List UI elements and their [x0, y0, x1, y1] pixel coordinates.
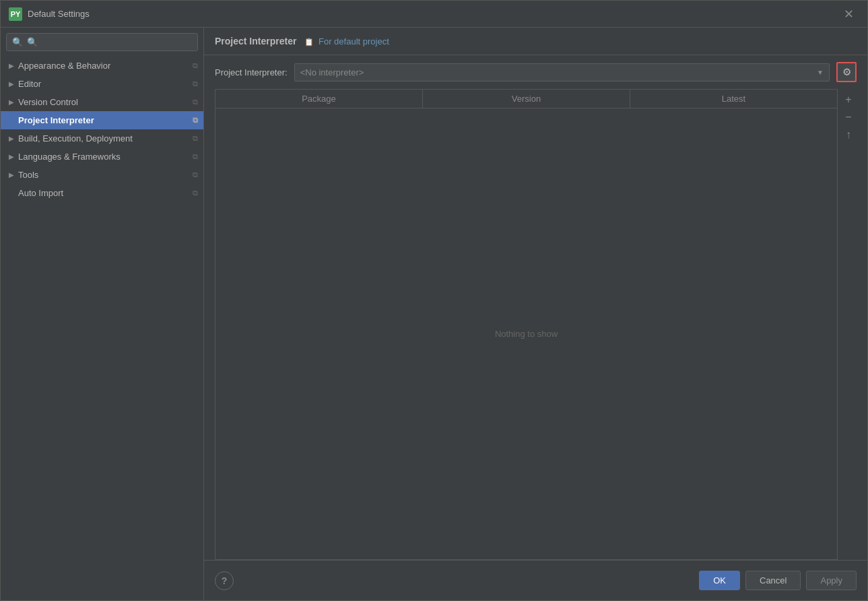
sidebar-item-build-execution-deployment[interactable]: ▶ Build, Execution, Deployment ⧉: [1, 129, 203, 148]
arrow-icon: ▶: [9, 171, 14, 179]
help-icon: ?: [222, 575, 228, 586]
add-package-button[interactable]: +: [840, 92, 857, 108]
copy-icon: ⧉: [193, 152, 198, 161]
empty-message: Nothing to show: [495, 329, 558, 339]
sidebar-item-tools[interactable]: ▶ Tools ⧉: [1, 166, 203, 184]
sidebar-item-auto-import[interactable]: ▶ Auto Import ⧉: [1, 184, 203, 202]
subtitle-icon: 📋: [304, 38, 314, 46]
table-actions: + − ↑: [840, 89, 857, 560]
gear-button[interactable]: ⚙: [836, 62, 857, 82]
copy-icon: ⧉: [193, 98, 198, 106]
panel-subtitle[interactable]: 📋 For default project: [304, 36, 389, 46]
arrow-icon: ▶: [9, 80, 14, 88]
app-icon: PY: [9, 7, 22, 21]
sidebar-item-appearance-behavior[interactable]: ▶ Appearance & Behavior ⧉: [1, 57, 203, 75]
table-with-actions: Package Version Latest Nothing to show +…: [215, 89, 857, 560]
table-header: Package Version Latest: [215, 90, 837, 108]
sidebar-item-project-interpreter[interactable]: ▶ Project Interpreter ⧉: [1, 111, 203, 129]
right-panel: Project Interpreter 📋 For default projec…: [204, 28, 867, 600]
help-button[interactable]: ?: [215, 571, 234, 590]
copy-icon: ⧉: [193, 80, 198, 88]
packages-table: Package Version Latest Nothing to show +…: [215, 89, 857, 560]
sidebar-item-editor[interactable]: ▶ Editor ⧉: [1, 75, 203, 93]
sidebar-item-label: Languages & Frameworks: [18, 152, 190, 162]
search-icon: 🔍: [12, 37, 23, 47]
interpreter-value: <No interpreter>: [300, 67, 817, 77]
main-window: PY Default Settings ✕ 🔍 ▶ Appearance & B…: [0, 0, 868, 601]
sidebar-item-languages-frameworks[interactable]: ▶ Languages & Frameworks ⧉: [1, 148, 203, 166]
panel-title: Project Interpreter: [215, 36, 296, 46]
close-button[interactable]: ✕: [838, 4, 859, 24]
copy-icon: ⧉: [193, 134, 198, 143]
bottom-bar: ? OK Cancel Apply: [204, 560, 867, 600]
apply-button[interactable]: Apply: [806, 571, 857, 590]
ok-button[interactable]: OK: [699, 571, 740, 590]
subtitle-text: For default project: [319, 36, 389, 46]
main-content: 🔍 ▶ Appearance & Behavior ⧉ ▶ Editor ⧉: [1, 28, 867, 600]
copy-icon: ⧉: [193, 116, 198, 125]
copy-icon: ⧉: [193, 61, 198, 70]
sidebar-item-label: Project Interpreter: [18, 115, 190, 125]
arrow-icon: ▶: [9, 135, 14, 142]
interpreter-row: Project Interpreter: <No interpreter> ▼ …: [204, 55, 867, 89]
window-title: Default Settings: [28, 9, 838, 19]
table-body: Nothing to show: [215, 108, 837, 559]
arrow-icon: ▶: [9, 153, 14, 160]
sidebar: 🔍 ▶ Appearance & Behavior ⧉ ▶ Editor ⧉: [1, 28, 204, 600]
copy-icon: ⧉: [193, 189, 198, 197]
arrow-icon: ▶: [9, 62, 14, 69]
panel-header: Project Interpreter 📋 For default projec…: [204, 28, 867, 55]
column-header-latest: Latest: [630, 90, 837, 108]
table-container: Package Version Latest Nothing to show: [215, 89, 838, 560]
arrow-icon: ▶: [9, 98, 14, 106]
gear-icon: ⚙: [842, 66, 851, 78]
sidebar-item-label: Editor: [18, 79, 190, 89]
remove-package-button[interactable]: −: [840, 109, 857, 125]
cancel-button[interactable]: Cancel: [745, 571, 801, 590]
search-input[interactable]: [27, 37, 192, 47]
sidebar-items: ▶ Appearance & Behavior ⧉ ▶ Editor ⧉ ▶ V…: [1, 57, 203, 600]
sidebar-item-label: Appearance & Behavior: [18, 61, 190, 71]
sidebar-item-label: Version Control: [18, 97, 190, 107]
column-header-version: Version: [423, 90, 630, 108]
sidebar-item-version-control[interactable]: ▶ Version Control ⧉: [1, 93, 203, 111]
sidebar-item-label: Auto Import: [18, 188, 190, 198]
titlebar: PY Default Settings ✕: [1, 1, 867, 28]
sidebar-item-label: Tools: [18, 170, 190, 180]
sidebar-item-label: Build, Execution, Deployment: [18, 133, 190, 144]
interpreter-label: Project Interpreter:: [215, 67, 288, 77]
bottom-actions: OK Cancel Apply: [699, 571, 857, 590]
search-box[interactable]: 🔍: [6, 33, 198, 51]
column-header-package: Package: [215, 90, 423, 108]
dropdown-arrow-icon: ▼: [817, 69, 824, 76]
move-up-button[interactable]: ↑: [840, 127, 857, 143]
interpreter-dropdown[interactable]: <No interpreter> ▼: [294, 63, 830, 82]
copy-icon: ⧉: [193, 170, 198, 179]
